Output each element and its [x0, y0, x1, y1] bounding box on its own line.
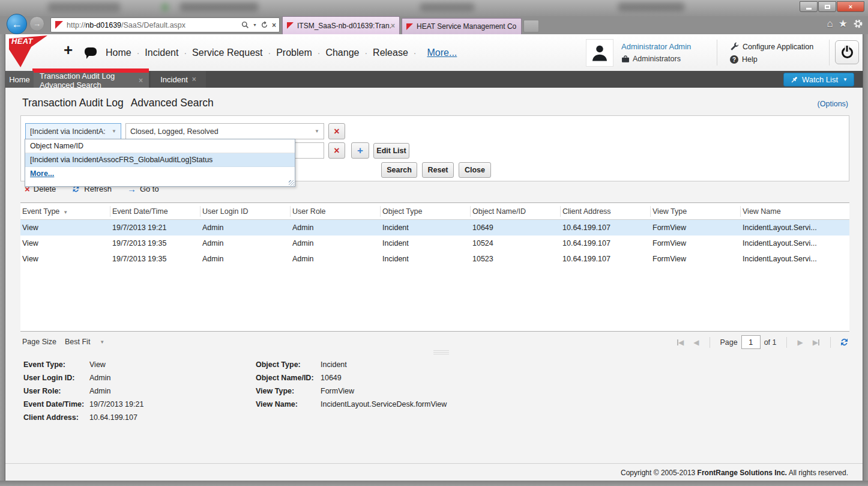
workspace-tabbar: Home Transaction Audit Log Advanced Sear… — [5, 71, 863, 88]
forward-icon: → — [33, 19, 41, 28]
desktop-blur — [180, 2, 258, 11]
user-role-label: Administrators — [633, 55, 681, 63]
workspace-tab-home[interactable]: Home — [5, 71, 34, 88]
column-header[interactable]: View Name — [741, 206, 848, 217]
help-link[interactable]: ? Help — [730, 55, 758, 64]
close-tab-icon[interactable]: × — [192, 75, 196, 84]
ie-window: × ← → http://nb-d01639/SaaS/Default.aspx… — [0, 0, 868, 486]
heat-logo[interactable]: HEAT — [9, 35, 47, 67]
heat-application-page: HEAT · + Home · Incident · Service Reque… — [5, 34, 863, 481]
settings-gear-icon[interactable] — [853, 19, 863, 29]
user-avatar[interactable] — [586, 39, 613, 67]
table-row[interactable]: View19/7/2013 19:35 AdminAdmin Incident1… — [20, 235, 849, 251]
resize-grip-icon[interactable] — [289, 180, 294, 186]
column-header[interactable]: Client Address — [561, 206, 651, 217]
nav-separator: · — [184, 48, 187, 58]
column-header[interactable]: User Login ID — [200, 206, 291, 217]
minimize-button[interactable] — [800, 1, 818, 12]
stop-icon[interactable]: × — [272, 21, 276, 29]
nav-incident[interactable]: Incident — [145, 47, 178, 58]
app-header: HEAT · + Home · Incident · Service Reque… — [5, 34, 863, 71]
dropdown-option-selected[interactable]: [Incident via IncidentAssocFRS_GlobalAud… — [25, 153, 295, 167]
window-frame — [0, 34, 5, 481]
column-header[interactable]: Object Type — [381, 206, 471, 217]
page-title: Transaction Audit LogAdvanced Search — [22, 97, 214, 109]
tab-favicon — [406, 23, 413, 30]
desktop-blur — [162, 4, 168, 11]
splitter-grip[interactable] — [433, 350, 449, 355]
tab-favicon — [287, 22, 294, 29]
column-header-event-type[interactable]: Event Type▼ — [20, 206, 110, 217]
desktop-blur — [420, 3, 474, 11]
first-page-button[interactable]: ◀ — [677, 338, 684, 347]
grid-header-row: Event Type▼ Event Date/Time User Login I… — [20, 203, 849, 220]
configure-application-link[interactable]: Configure Application — [730, 42, 813, 51]
watch-list-button[interactable]: Watch List ▼ — [783, 73, 854, 87]
nav-more-link[interactable]: More... — [427, 47, 457, 58]
nav-home[interactable]: Home — [106, 47, 131, 58]
briefcase-icon — [621, 55, 630, 63]
back-button[interactable]: ← — [7, 14, 27, 34]
field-select[interactable]: [Incident via IncidentA: ▼ — [25, 123, 121, 139]
close-window-button[interactable]: × — [837, 1, 864, 12]
home-icon[interactable]: ⌂ — [827, 18, 833, 30]
dropdown-option[interactable]: Object Name/ID — [25, 139, 295, 153]
help-icon: ? — [730, 55, 738, 64]
table-row-selected[interactable]: View19/7/2013 19:21 AdminAdmin Incident1… — [20, 220, 849, 235]
heat-favicon — [55, 21, 63, 29]
plus-icon[interactable]: + — [64, 41, 73, 59]
next-page-button[interactable]: ▶ — [798, 338, 803, 347]
close-tab-icon[interactable]: × — [139, 76, 143, 85]
browser-tab-itsm[interactable]: ITSM_SaaS-nb-d01639:Tran... × — [282, 16, 400, 34]
page-number-input[interactable] — [741, 335, 761, 349]
maximize-button[interactable] — [818, 1, 836, 12]
column-header[interactable]: User Role — [291, 206, 381, 217]
favorites-star-icon[interactable]: ★ — [839, 17, 848, 30]
close-button[interactable]: Close — [459, 162, 491, 178]
remove-criteria-button[interactable]: × — [328, 123, 345, 139]
last-page-button[interactable]: ▶ — [813, 338, 819, 347]
nav-change[interactable]: Change — [325, 47, 359, 58]
maximize-icon — [825, 5, 830, 9]
user-name-link[interactable]: Administrator Admin — [621, 42, 691, 51]
pushpin-icon — [790, 76, 798, 84]
refresh-page-icon[interactable] — [261, 21, 268, 29]
options-link[interactable]: (Options) — [818, 100, 848, 108]
page-size-select[interactable]: Best Fit — [65, 338, 90, 346]
tab-label: Transaction Audit Log Advanced Search — [40, 71, 134, 90]
chat-bubble-icon[interactable] — [85, 47, 97, 56]
field-select-dropdown: Object Name/ID [Incident via IncidentAss… — [25, 139, 295, 187]
field-select-value: [Incident via IncidentA: — [30, 127, 106, 136]
new-tab-button[interactable] — [523, 20, 539, 32]
close-icon: × — [849, 3, 852, 10]
logout-button[interactable] — [835, 40, 859, 64]
search-button[interactable]: Search — [381, 162, 417, 178]
browser-tab-heat[interactable]: HEAT Service Management Co... — [402, 18, 522, 34]
forward-button[interactable]: → — [29, 16, 44, 31]
address-bar[interactable]: http://nb-d01639/SaaS/Default.aspx ▼ × — [50, 17, 280, 32]
workspace-tab-incident[interactable]: Incident × — [151, 71, 206, 88]
add-criteria-button[interactable]: + — [351, 142, 369, 159]
prev-page-button[interactable]: ◀ — [693, 338, 699, 347]
address-dropdown-icon[interactable]: ▼ — [253, 23, 257, 27]
remove-criteria-button[interactable]: × — [328, 142, 345, 159]
workspace-tab-audit-log[interactable]: Transaction Audit Log Advanced Search × — [34, 71, 149, 88]
criteria-select[interactable]: Closed, Logged, Resolved ▼ — [125, 123, 324, 139]
criteria-select-value: Closed, Logged, Resolved — [130, 127, 219, 136]
detail-row: View Name:IncidentLayout.ServiceDesk.for… — [256, 398, 447, 411]
close-tab-icon[interactable]: × — [391, 22, 395, 30]
refresh-list-icon[interactable] — [839, 337, 849, 347]
nav-problem[interactable]: Problem — [276, 47, 312, 58]
reset-button[interactable]: Reset — [422, 162, 454, 178]
nav-release[interactable]: Release — [373, 47, 408, 58]
table-row[interactable]: View19/7/2013 19:35 AdminAdmin Incident1… — [20, 251, 849, 267]
nav-service-request[interactable]: Service Request — [192, 47, 262, 58]
edit-list-button[interactable]: Edit List — [373, 143, 409, 159]
column-header[interactable]: Event Date/Time — [110, 206, 200, 217]
column-header[interactable]: View Type — [651, 206, 741, 217]
detail-row: User Login ID:Admin — [23, 371, 143, 384]
watch-list-label: Watch List — [802, 75, 838, 84]
dropdown-more-link[interactable]: More... — [25, 167, 295, 180]
search-icon[interactable] — [241, 21, 249, 29]
column-header[interactable]: Object Name/ID — [471, 206, 561, 217]
